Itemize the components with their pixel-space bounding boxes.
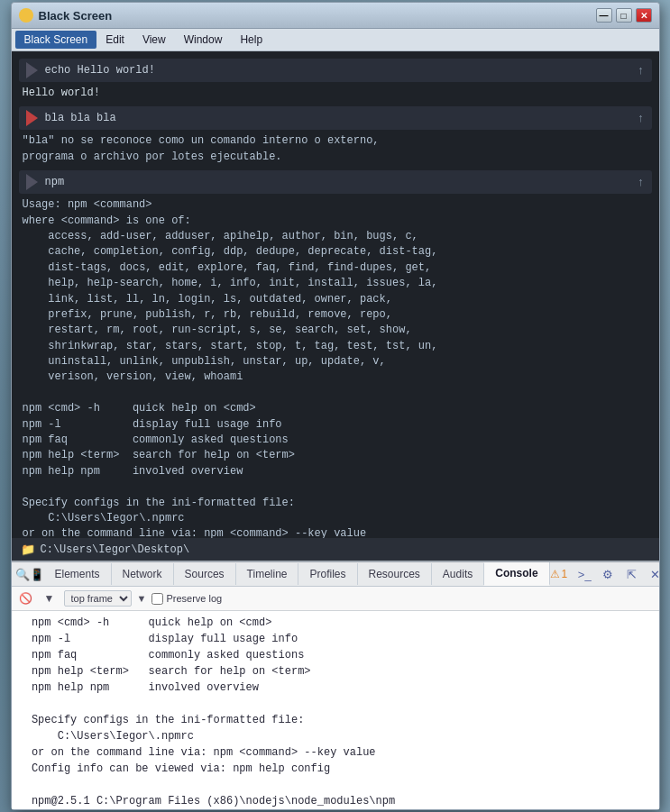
console-text-output: npm <cmd> -h quick help on <cmd> npm -l … bbox=[19, 616, 396, 807]
command-prompt-1: echo Hello world! ↑ bbox=[19, 59, 652, 82]
menubar: Black Screen Edit View Window Help bbox=[12, 29, 659, 51]
output-2: "bla" no se reconoce como un comando int… bbox=[19, 132, 652, 167]
window-title: Black Screen bbox=[39, 9, 113, 23]
command-block-1: echo Hello world! ↑ Hello world! bbox=[19, 59, 652, 103]
preserve-log-checkbox[interactable] bbox=[151, 593, 163, 605]
terminal-icon-btn[interactable]: >_ bbox=[574, 564, 594, 584]
command-text-3: npm bbox=[45, 176, 65, 188]
tab-console[interactable]: Console bbox=[484, 562, 549, 586]
main-window: Black Screen — □ ✕ Black Screen Edit Vie… bbox=[11, 2, 660, 810]
menu-window[interactable]: Window bbox=[175, 31, 232, 49]
tab-profiles[interactable]: Profiles bbox=[298, 563, 357, 585]
output-3: Usage: npm <command> where <command> is … bbox=[19, 196, 652, 538]
prompt-arrow-3 bbox=[26, 174, 38, 190]
command-prompt-3: npm ↑ bbox=[19, 170, 652, 194]
title-bar: Black Screen — □ ✕ bbox=[12, 3, 659, 29]
dropdown-arrow[interactable]: ▼ bbox=[137, 593, 147, 604]
command-text-2: bla bla bla bbox=[45, 112, 116, 124]
output-1: Hello world! bbox=[19, 84, 652, 103]
devtools-panel: 🔍 📱 Elements Network Sources Timeline Pr… bbox=[12, 561, 659, 809]
current-path: C:\Users\Iegor\Desktop\ bbox=[41, 543, 190, 556]
menu-help[interactable]: Help bbox=[231, 31, 271, 49]
frame-selector[interactable]: top frame bbox=[64, 590, 132, 607]
preserve-log-label[interactable]: Preserve log bbox=[151, 593, 222, 605]
prompt-arrow-2 bbox=[26, 110, 38, 126]
devtools-mobile-icon[interactable]: 📱 bbox=[30, 564, 44, 584]
devtools-tab-bar: 🔍 📱 Elements Network Sources Timeline Pr… bbox=[12, 562, 659, 587]
prompt-left-1: echo Hello world! bbox=[26, 62, 155, 78]
tab-network[interactable]: Network bbox=[112, 563, 174, 585]
command-prompt-2: bla bla bla ↑ bbox=[19, 106, 652, 130]
expand-icon-btn[interactable]: ⇱ bbox=[621, 564, 641, 584]
devtools-close-btn[interactable]: ✕ bbox=[645, 564, 665, 584]
maximize-icon: □ bbox=[620, 11, 626, 21]
command-block-3: npm ↑ Usage: npm <command> where <comman… bbox=[19, 170, 652, 538]
warning-count: 1 bbox=[562, 568, 568, 580]
console-output-area[interactable]: npm <cmd> -h quick help on <cmd> npm -l … bbox=[12, 611, 659, 809]
tab-audits[interactable]: Audits bbox=[432, 563, 484, 585]
prompt-left-2: bla bla bla bbox=[26, 110, 116, 126]
scroll-up-1[interactable]: ↑ bbox=[638, 64, 645, 78]
tab-sources[interactable]: Sources bbox=[174, 563, 236, 585]
tab-elements[interactable]: Elements bbox=[44, 563, 112, 585]
scroll-up-2[interactable]: ↑ bbox=[638, 112, 645, 125]
title-bar-left: Black Screen bbox=[19, 8, 113, 23]
command-block-2: bla bla bla ↑ "bla" no se reconoce como … bbox=[19, 106, 652, 167]
scroll-up-3[interactable]: ↑ bbox=[638, 176, 645, 189]
warning-icon: ⚠ bbox=[550, 568, 560, 580]
console-toolbar: 🚫 ▼ top frame ▼ Preserve log bbox=[12, 587, 659, 611]
minimize-icon: — bbox=[600, 11, 609, 21]
warning-badge: ⚠ 1 bbox=[550, 568, 568, 580]
minimize-button[interactable]: — bbox=[596, 8, 612, 23]
close-icon: ✕ bbox=[640, 11, 647, 21]
prompt-left-3: npm bbox=[26, 174, 65, 190]
window-controls: — □ ✕ bbox=[596, 8, 652, 23]
devtools-search-icon[interactable]: 🔍 bbox=[15, 564, 30, 584]
close-button[interactable]: ✕ bbox=[636, 8, 652, 23]
maximize-button[interactable]: □ bbox=[616, 8, 632, 23]
tab-timeline[interactable]: Timeline bbox=[236, 563, 299, 585]
status-bar: 📁 C:\Users\Iegor\Desktop\ bbox=[12, 538, 659, 561]
menu-view[interactable]: View bbox=[133, 31, 175, 49]
tab-resources[interactable]: Resources bbox=[358, 563, 432, 585]
devtools-right-icons: ⚠ 1 >_ ⚙ ⇱ ✕ bbox=[550, 564, 665, 584]
command-text-1: echo Hello world! bbox=[45, 64, 155, 77]
folder-icon: 📁 bbox=[21, 543, 35, 556]
settings-icon-btn[interactable]: ⚙ bbox=[598, 564, 618, 584]
preserve-log-text: Preserve log bbox=[166, 593, 222, 604]
app-icon bbox=[19, 8, 33, 23]
terminal-area[interactable]: echo Hello world! ↑ Hello world! bla bla… bbox=[12, 51, 659, 538]
menu-black-screen[interactable]: Black Screen bbox=[15, 31, 97, 49]
clear-console-btn[interactable]: 🚫 bbox=[17, 589, 35, 607]
filter-btn[interactable]: ▼ bbox=[41, 589, 59, 607]
prompt-arrow-1 bbox=[26, 62, 38, 78]
menu-edit[interactable]: Edit bbox=[96, 31, 133, 49]
